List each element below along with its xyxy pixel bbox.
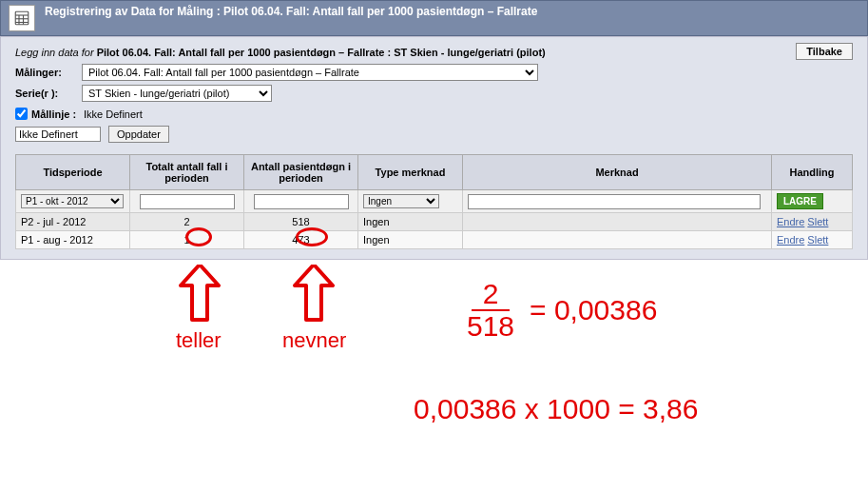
form-icon xyxy=(9,5,35,31)
malinger-select[interactable]: Pilot 06.04. Fall: Antall fall per 1000 … xyxy=(82,64,538,81)
col-handling: Handling xyxy=(772,155,853,190)
cell-merknad xyxy=(463,231,772,249)
content-panel: Tilbake Legg inn data for Pilot 06.04. F… xyxy=(0,36,868,260)
nevner-label: nevner xyxy=(282,328,346,353)
arrow-nevner xyxy=(290,265,338,326)
cell-antall: 518 xyxy=(244,213,358,231)
cell-period: P1 - aug - 2012 xyxy=(16,231,130,249)
arrow-teller xyxy=(176,265,223,326)
col-totalt: Totalt antall fall i perioden xyxy=(130,155,244,190)
cell-totalt: 1 xyxy=(130,231,244,249)
instruction-text: Legg inn data for Pilot 06.04. Fall: Ant… xyxy=(15,47,853,58)
period-select[interactable]: P1 - okt - 2012 xyxy=(21,194,124,208)
entry-row: P1 - okt - 2012 Ingen LAGRE xyxy=(16,190,853,213)
serier-label: Serie(r ): xyxy=(15,88,82,99)
back-button[interactable]: Tilbake xyxy=(796,43,853,60)
header-bar: Registrering av Data for Måling : Pilot … xyxy=(0,0,868,36)
table-row: P2 - jul - 2012 2 518 Ingen EndreSlett xyxy=(16,213,853,231)
cell-type: Ingen xyxy=(358,231,463,249)
cell-merknad xyxy=(463,213,772,231)
annotation-overlay: teller nevner 2 518 = 0,00386 0,00386 x … xyxy=(0,260,868,479)
lagre-button[interactable]: LAGRE xyxy=(777,193,823,209)
totalt-input[interactable] xyxy=(140,194,235,209)
cell-period: P2 - jul - 2012 xyxy=(16,213,130,231)
oppdater-button[interactable]: Oppdater xyxy=(108,126,169,143)
antall-input[interactable] xyxy=(254,194,349,209)
endre-link[interactable]: Endre xyxy=(777,234,804,246)
slett-link[interactable]: Slett xyxy=(807,234,828,246)
merknad-input[interactable] xyxy=(468,194,761,209)
cell-type: Ingen xyxy=(358,213,463,231)
serier-select[interactable]: ST Skien - lunge/geriatri (pilot) xyxy=(82,85,272,102)
teller-label: teller xyxy=(176,328,222,353)
malinger-label: Målinger: xyxy=(15,67,82,78)
col-type: Type merknad xyxy=(358,155,463,190)
endre-link[interactable]: Endre xyxy=(777,216,804,227)
equation-multiply: 0,00386 x 1000 = 3,86 xyxy=(414,393,698,425)
table-row: P1 - aug - 2012 1 473 Ingen EndreSlett xyxy=(16,231,853,249)
col-tidsperiode: Tidsperiode xyxy=(16,155,130,190)
equation-fraction: 2 518 = 0,00386 xyxy=(461,279,657,341)
mallinje-label: Mållinje : xyxy=(31,108,76,120)
data-table: Tidsperiode Totalt antall fall i periode… xyxy=(15,154,853,249)
col-antall: Antall pasientdøgn i perioden xyxy=(244,155,358,190)
slett-link[interactable]: Slett xyxy=(807,216,828,227)
mallinje-value: Ikke Definert xyxy=(84,108,143,120)
page-title: Registrering av Data for Måling : Pilot … xyxy=(45,5,537,20)
col-merknad: Merknad xyxy=(463,155,772,190)
cell-antall: 473 xyxy=(244,231,358,249)
type-select[interactable]: Ingen xyxy=(363,194,439,208)
mallinje-checkbox[interactable] xyxy=(15,108,28,120)
definert-input[interactable] xyxy=(15,127,101,142)
cell-totalt: 2 xyxy=(130,213,244,231)
